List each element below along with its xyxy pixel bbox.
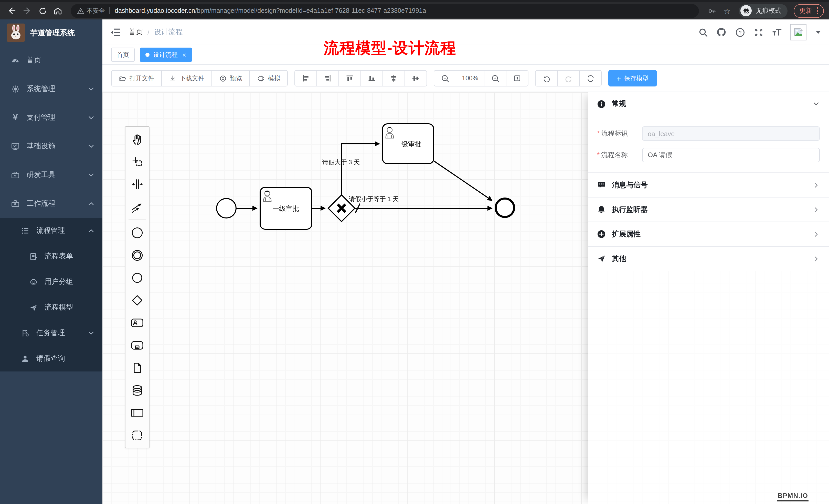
align-center-vertical-button[interactable]: [404, 70, 427, 86]
align-center-horizontal-button[interactable]: [383, 70, 405, 86]
gear-icon: [11, 84, 20, 93]
password-key-icon[interactable]: [705, 4, 718, 17]
security-label[interactable]: 不安全: [86, 6, 105, 15]
sidebar-item-workflow[interactable]: 工作流程: [0, 189, 102, 218]
flow-gateway-to-task2[interactable]: [341, 144, 380, 195]
chevron-down-icon: [88, 115, 94, 121]
sidebar-item-infrastructure[interactable]: 基础设施: [0, 132, 102, 161]
properties-panel: 常规 *流程标识 *流程名称: [588, 92, 829, 504]
reload-icon[interactable]: [36, 4, 49, 17]
field-process-key: *流程标识: [597, 126, 820, 141]
sidebar-item-process-mgmt[interactable]: 流程管理: [0, 218, 102, 243]
brand[interactable]: 芋道管理系统: [0, 20, 102, 46]
end-event[interactable]: [496, 198, 514, 217]
paper-plane-icon: [29, 303, 38, 312]
home-icon[interactable]: [51, 4, 65, 17]
sidebar-item-leave-query[interactable]: 请假查询: [0, 346, 102, 372]
message-signal-icon: [597, 181, 606, 189]
redo-button[interactable]: [557, 70, 580, 86]
create-call-activity[interactable]: [125, 334, 149, 357]
zoom-out-button[interactable]: [434, 70, 456, 86]
tags-view: 首页 设计流程 ×: [102, 45, 829, 65]
zoom-reset-button[interactable]: [506, 70, 529, 86]
section-execution-listener[interactable]: 执行监听器: [588, 197, 829, 222]
create-participant[interactable]: [125, 402, 149, 424]
align-left-button[interactable]: [294, 70, 317, 86]
chrome-update-button[interactable]: 更新: [794, 4, 824, 18]
download-file-button[interactable]: 下载文件: [161, 70, 212, 86]
toolbox-icon: [11, 170, 20, 180]
tab-design-process[interactable]: 设计流程 ×: [140, 48, 192, 62]
sidebar-item-task-mgmt[interactable]: 任务管理: [0, 320, 102, 346]
plus-circle-icon: [597, 230, 606, 238]
sidebar-item-devtools[interactable]: 研发工具: [0, 161, 102, 189]
simulate-button[interactable]: 模拟: [249, 70, 288, 86]
section-extended-attributes[interactable]: 扩展属性: [588, 222, 829, 246]
svg-text:二级审批: 二级审批: [395, 140, 422, 148]
start-event[interactable]: [217, 198, 236, 218]
space-tool[interactable]: [125, 173, 149, 195]
info-icon: [597, 100, 606, 108]
sidebar-item-payment[interactable]: ¥ 支付管理: [0, 103, 102, 132]
chevron-down-icon: [88, 143, 94, 149]
user-task-level2[interactable]: 二级审批: [383, 124, 434, 164]
avatar-dropdown-icon[interactable]: [816, 31, 821, 34]
url-bar[interactable]: 不安全 dashboard.yudao.iocoder.cn /bpm/mana…: [71, 4, 699, 18]
condition-label-gt3[interactable]: 请假大于 3 天: [322, 159, 360, 165]
required-mark: *: [597, 151, 600, 159]
create-gateway[interactable]: [125, 289, 149, 312]
bpmn-canvas[interactable]: 一级审批: [102, 91, 829, 504]
active-dot: [145, 53, 149, 57]
section-message-signal[interactable]: 消息与信号: [588, 172, 829, 197]
create-data-object[interactable]: [125, 357, 149, 379]
create-group[interactable]: [125, 424, 149, 447]
lasso-tool[interactable]: [125, 150, 149, 173]
sidebar-item-process-model[interactable]: 流程模型: [0, 295, 102, 320]
chrome-menu-icon[interactable]: [817, 7, 818, 14]
bookmark-star-icon[interactable]: ☆: [720, 4, 734, 17]
chevron-right-icon: [813, 231, 820, 238]
global-connect-tool[interactable]: [125, 195, 149, 218]
sidebar-item-home[interactable]: 首页: [0, 46, 102, 75]
fullscreen-icon[interactable]: [753, 27, 763, 37]
create-start-event[interactable]: [125, 222, 149, 244]
section-general[interactable]: 常规: [588, 92, 829, 116]
user-task-level1[interactable]: 一级审批: [260, 187, 312, 229]
create-user-task[interactable]: [125, 312, 149, 334]
save-model-button[interactable]: + 保存模型: [608, 70, 657, 86]
create-data-store[interactable]: [125, 379, 149, 402]
breadcrumb-home[interactable]: 首页: [129, 28, 143, 37]
collapse-sidebar-icon[interactable]: [111, 28, 120, 37]
chevron-down-icon: [88, 86, 94, 92]
search-icon[interactable]: [698, 27, 708, 37]
bpmn-io-watermark[interactable]: BPMN.iO: [777, 492, 808, 501]
sidebar-item-system[interactable]: 系统管理: [0, 75, 102, 103]
undo-button[interactable]: [535, 70, 557, 86]
close-tab-icon[interactable]: ×: [182, 51, 186, 58]
condition-label-lte1[interactable]: 请假小于等于 1 天: [349, 195, 399, 202]
create-end-event[interactable]: [125, 267, 149, 289]
sidebar-item-user-group[interactable]: 用户分组: [0, 269, 102, 295]
font-size-icon[interactable]: [772, 27, 782, 37]
flow-task2-to-end[interactable]: [433, 160, 492, 201]
github-icon[interactable]: [716, 27, 727, 37]
zoom-in-button[interactable]: [484, 70, 506, 86]
hand-tool[interactable]: [125, 128, 149, 150]
sidebar-item-process-form[interactable]: 流程表单: [0, 243, 102, 269]
back-icon[interactable]: [5, 4, 19, 17]
brand-logo: [7, 24, 25, 42]
align-right-button[interactable]: [317, 70, 339, 86]
process-key-input[interactable]: [642, 126, 820, 141]
create-intermediate-event[interactable]: [125, 244, 149, 267]
help-icon[interactable]: ?: [735, 27, 745, 37]
align-top-button[interactable]: [338, 70, 361, 86]
align-bottom-button[interactable]: [360, 70, 383, 86]
avatar[interactable]: [790, 24, 806, 40]
process-name-input[interactable]: [642, 148, 820, 162]
section-other[interactable]: 其他: [588, 246, 829, 271]
tab-home[interactable]: 首页: [111, 48, 135, 62]
forward-icon[interactable]: [21, 4, 34, 17]
open-file-button[interactable]: 打开文件: [111, 70, 162, 86]
restart-button[interactable]: [579, 70, 602, 86]
preview-button[interactable]: 预览: [212, 70, 250, 86]
